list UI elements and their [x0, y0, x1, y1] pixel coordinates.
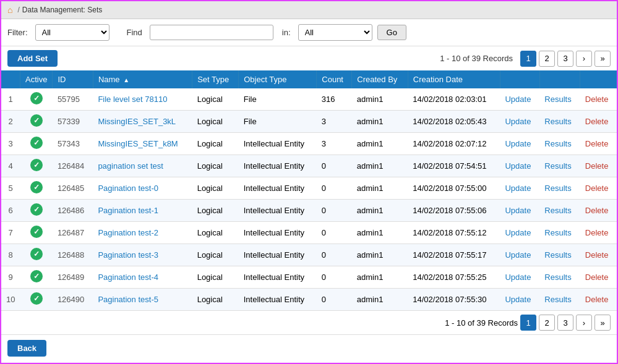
col-creation-date[interactable]: Creation Date — [408, 70, 500, 88]
cell-delete: Delete — [580, 133, 617, 155]
cell-delete: Delete — [580, 111, 617, 133]
cell-created-by: admin1 — [352, 200, 408, 222]
breadcrumb-sep1: / — [17, 6, 19, 14]
col-object-type[interactable]: Object Type — [239, 70, 317, 88]
cell-count: 3 — [317, 111, 352, 133]
results-link[interactable]: Results — [544, 295, 571, 304]
col-id[interactable]: ID — [53, 70, 93, 88]
name-link[interactable]: Pagination test-0 — [98, 184, 158, 193]
results-link[interactable]: Results — [544, 250, 571, 260]
cell-rownum: 1 — [1, 88, 20, 111]
name-link[interactable]: MissingIES_SET_k8M — [98, 139, 178, 148]
in-label: in: — [282, 28, 291, 37]
update-link[interactable]: Update — [505, 117, 531, 126]
active-check-icon — [30, 270, 43, 282]
cell-rownum: 2 — [1, 111, 20, 133]
records-count-bottom: 1 - 10 of 39 Records — [445, 318, 518, 328]
add-set-button[interactable]: Add Set — [7, 50, 58, 67]
update-link[interactable]: Update — [505, 206, 531, 215]
delete-link[interactable]: Delete — [585, 206, 609, 215]
cell-id: 55795 — [53, 88, 93, 111]
cell-rownum: 8 — [1, 244, 20, 266]
active-check-icon — [30, 203, 43, 216]
cell-object-type: Intellectual Entity — [239, 222, 317, 244]
cell-set-type: Logical — [192, 177, 239, 200]
cell-count: 0 — [317, 289, 352, 311]
active-check-icon — [30, 248, 43, 260]
cell-update: Update — [500, 222, 539, 244]
cell-set-type: Logical — [192, 244, 239, 266]
update-link[interactable]: Update — [505, 161, 531, 171]
col-action2 — [539, 70, 580, 88]
delete-link[interactable]: Delete — [585, 161, 609, 171]
page-btn-1-bottom[interactable]: 1 — [520, 315, 536, 331]
page-next-top[interactable]: › — [576, 51, 592, 67]
cell-results: Results — [539, 222, 580, 244]
active-check-icon — [30, 114, 43, 127]
in-select[interactable]: All — [298, 24, 372, 41]
delete-link[interactable]: Delete — [585, 117, 609, 126]
results-link[interactable]: Results — [544, 139, 571, 148]
delete-link[interactable]: Delete — [585, 250, 609, 260]
name-link[interactable]: Pagination test-3 — [98, 250, 158, 260]
delete-link[interactable]: Delete — [585, 273, 609, 282]
col-name[interactable]: Name ▲ — [93, 70, 192, 88]
update-link[interactable]: Update — [505, 228, 531, 237]
cell-id: 126485 — [53, 177, 93, 200]
delete-link[interactable]: Delete — [585, 228, 609, 237]
update-link[interactable]: Update — [505, 250, 531, 260]
name-link[interactable]: Pagination test-5 — [98, 295, 158, 304]
name-link[interactable]: Pagination test-4 — [98, 273, 158, 282]
find-input[interactable] — [150, 25, 273, 40]
name-link[interactable]: MissingIES_SET_3kL — [98, 117, 176, 126]
filter-label: Filter: — [7, 28, 28, 37]
name-link[interactable]: File level set 78110 — [98, 95, 167, 104]
filter-select[interactable]: All — [35, 24, 109, 41]
go-button[interactable]: Go — [377, 25, 406, 40]
page-btn-2-bottom[interactable]: 2 — [539, 315, 555, 331]
page-btn-3-bottom[interactable]: 3 — [557, 315, 573, 331]
results-link[interactable]: Results — [544, 206, 571, 215]
cell-update: Update — [500, 155, 539, 177]
update-link[interactable]: Update — [505, 95, 531, 104]
cell-rownum: 7 — [1, 222, 20, 244]
results-link[interactable]: Results — [544, 273, 571, 282]
results-link[interactable]: Results — [544, 117, 571, 126]
cell-object-type: Intellectual Entity — [239, 200, 317, 222]
filter-toolbar: Filter: All Find in: All Go — [1, 19, 617, 46]
page-btn-1-top[interactable]: 1 — [520, 51, 536, 67]
update-link[interactable]: Update — [505, 295, 531, 304]
cell-id: 57339 — [53, 111, 93, 133]
page-last-bottom[interactable]: » — [594, 315, 611, 331]
name-link[interactable]: pagination set test — [98, 161, 163, 171]
page-last-top[interactable]: » — [594, 51, 611, 67]
delete-link[interactable]: Delete — [585, 95, 609, 104]
page-btn-3-top[interactable]: 3 — [557, 51, 573, 67]
results-link[interactable]: Results — [544, 184, 571, 193]
col-active[interactable]: Active — [20, 70, 52, 88]
delete-link[interactable]: Delete — [585, 295, 609, 304]
delete-link[interactable]: Delete — [585, 184, 609, 193]
cell-created-by: admin1 — [352, 133, 408, 155]
col-created-by[interactable]: Created By — [352, 70, 408, 88]
results-link[interactable]: Results — [544, 161, 571, 171]
name-link[interactable]: Pagination test-2 — [98, 228, 158, 237]
name-link[interactable]: Pagination test-1 — [98, 206, 158, 215]
cell-name: MissingIES_SET_k8M — [93, 133, 192, 155]
update-link[interactable]: Update — [505, 273, 531, 282]
delete-link[interactable]: Delete — [585, 139, 609, 148]
cell-set-type: Logical — [192, 88, 239, 111]
cell-count: 0 — [317, 200, 352, 222]
back-button[interactable]: Back — [7, 340, 46, 357]
cell-object-type: Intellectual Entity — [239, 177, 317, 200]
page-next-bottom[interactable]: › — [576, 315, 592, 331]
results-link[interactable]: Results — [544, 95, 571, 104]
results-link[interactable]: Results — [544, 228, 571, 237]
update-link[interactable]: Update — [505, 184, 531, 193]
col-set-type[interactable]: Set Type — [192, 70, 239, 88]
page-btn-2-top[interactable]: 2 — [539, 51, 555, 67]
active-check-icon — [30, 159, 43, 171]
update-link[interactable]: Update — [505, 139, 531, 148]
col-count[interactable]: Count — [317, 70, 352, 88]
table-row: 5126485Pagination test-0LogicalIntellect… — [1, 177, 617, 200]
